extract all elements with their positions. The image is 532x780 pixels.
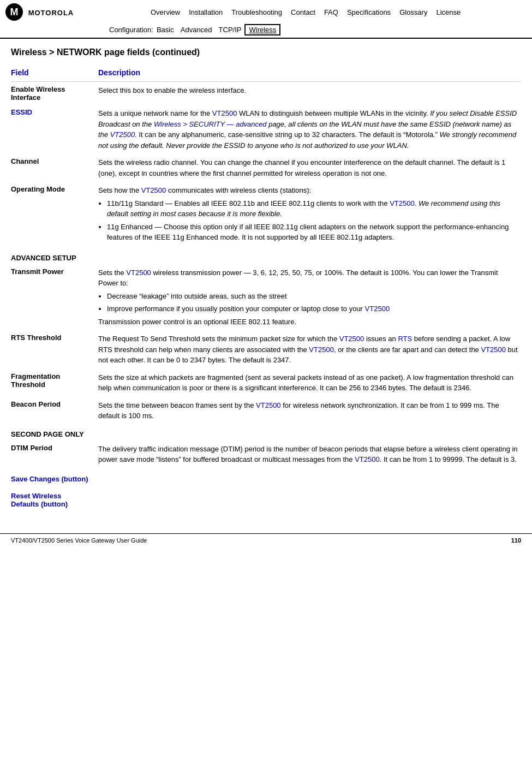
link-vt2500-txpower[interactable]: VT2500: [126, 269, 151, 277]
table-row: Enable WirelessInterface Select this box…: [11, 82, 521, 105]
nav-row2: Configuration: Basic Advanced TCP/IP Wir…: [0, 23, 532, 38]
save-changes-button[interactable]: Save Changes (button): [11, 475, 519, 483]
field-desc-dtim-period: The delivery traffic indication message …: [98, 440, 521, 468]
footer-page-number: 110: [511, 537, 521, 544]
field-desc-beacon-period: Sets the time between beacon frames sent…: [98, 397, 521, 425]
nav-row1: M MOTOROLA Overview Installation Trouble…: [0, 2, 532, 23]
reset-wireless-button[interactable]: Reset WirelessDefaults (button): [11, 492, 519, 508]
link-vt2500-essid2[interactable]: VT2500: [110, 130, 135, 139]
reset-wireless-cell: Reset WirelessDefaults (button): [11, 489, 521, 511]
config-label: Configuration:: [109, 26, 153, 34]
save-changes-cell: Save Changes (button): [11, 468, 521, 489]
table-row: Beacon Period Sets the time between beac…: [11, 397, 521, 425]
table-row: Reset WirelessDefaults (button): [11, 489, 521, 511]
link-vt2500-rts[interactable]: VT2500: [339, 335, 364, 343]
config-wireless[interactable]: Wireless: [244, 24, 280, 35]
link-vt2500-txpower2[interactable]: VT2500: [365, 305, 390, 313]
nav-troubleshooting[interactable]: Troubleshooting: [227, 8, 286, 16]
link-vt2500-dtim[interactable]: VT2500: [355, 455, 380, 463]
table-row: Channel Sets the wireless radio channel.…: [11, 154, 521, 182]
field-name-beacon-period: Beacon Period: [11, 397, 98, 425]
nav-faq[interactable]: FAQ: [320, 8, 343, 16]
field-name-frag-threshold: FragmentationThreshold: [11, 369, 98, 397]
field-desc-enable-wireless: Select this box to enable the wireless i…: [98, 82, 521, 105]
section-header-second-page: SECOND PAGE ONLY: [11, 425, 521, 440]
field-desc-operating-mode: Sets how the VT2500 communicates with wi…: [98, 182, 521, 248]
field-desc-essid: Sets a unique network name for the VT250…: [98, 105, 521, 154]
col-header-desc: Description: [98, 66, 521, 82]
field-desc-channel: Sets the wireless radio channel. You can…: [98, 154, 521, 182]
section-label-advanced: ADVANCED SETUP: [11, 248, 521, 264]
motorola-logo: M MOTOROLA: [5, 3, 74, 21]
link-vt2500-opmode[interactable]: VT2500: [141, 186, 166, 194]
nav-installation[interactable]: Installation: [184, 8, 227, 16]
section-header-advanced: ADVANCED SETUP: [11, 248, 521, 264]
field-name-channel: Channel: [11, 154, 98, 182]
main-content: Wireless > NETWORK page fields (continue…: [0, 39, 532, 522]
nav-specifications[interactable]: Specifications: [343, 8, 395, 16]
operating-mode-list: 11b/11g Standard — Enables all IEEE 802.…: [107, 198, 519, 243]
section-label-second-page: SECOND PAGE ONLY: [11, 425, 521, 440]
link-security-advanced[interactable]: Wireless > SECURITY — advanced: [154, 120, 267, 128]
link-vt2500-essid[interactable]: VT2500: [212, 109, 237, 117]
field-desc-frag-threshold: Sets the size at which packets are fragm…: [98, 369, 521, 397]
brand-name: MOTOROLA: [28, 9, 74, 17]
top-navigation: M MOTOROLA Overview Installation Trouble…: [0, 0, 532, 39]
col-header-field: Field: [11, 66, 98, 82]
config-basic[interactable]: Basic: [153, 26, 177, 34]
field-desc-rts-threshold: The Request To Send Threshold sets the m…: [98, 330, 521, 369]
link-vt2500-rts2[interactable]: VT2500: [309, 346, 334, 354]
nav-license[interactable]: License: [432, 8, 465, 16]
table-row: Operating Mode Sets how the VT2500 commu…: [11, 182, 521, 248]
table-row: Save Changes (button): [11, 468, 521, 489]
field-name-operating-mode: Operating Mode: [11, 182, 98, 248]
field-name-transmit-power: Transmit Power: [11, 264, 98, 331]
fields-table: Field Description Enable WirelessInterfa…: [11, 66, 521, 511]
config-tcpip[interactable]: TCP/IP: [216, 26, 245, 34]
motorola-m-icon: M: [5, 3, 23, 21]
list-item: 11g Enhanced — Choose this option only i…: [107, 222, 519, 243]
list-item: 11b/11g Standard — Enables all IEEE 802.…: [107, 198, 519, 219]
nav-glossary[interactable]: Glossary: [395, 8, 432, 16]
field-name-dtim-period: DTIM Period: [11, 440, 98, 468]
field-desc-transmit-power: Sets the VT2500 wireless transmission po…: [98, 264, 521, 331]
field-name-essid: ESSID: [11, 105, 98, 154]
config-links: Basic Advanced TCP/IP Wireless: [153, 24, 280, 35]
transmit-power-list: Decrease “leakage” into outside areas, s…: [107, 291, 519, 314]
config-advanced[interactable]: Advanced: [177, 26, 216, 34]
table-row: FragmentationThreshold Sets the size at …: [11, 369, 521, 397]
list-item: Decrease “leakage” into outside areas, s…: [107, 291, 519, 302]
field-name-rts-threshold: RTS Threshold: [11, 330, 98, 369]
nav-overview[interactable]: Overview: [146, 8, 184, 16]
table-row: RTS Threshold The Request To Send Thresh…: [11, 330, 521, 369]
field-name-enable-wireless: Enable WirelessInterface: [11, 82, 98, 105]
list-item: Improve performance if you usually posit…: [107, 303, 519, 314]
table-row: Transmit Power Sets the VT2500 wireless …: [11, 264, 521, 331]
page-title: Wireless > NETWORK page fields (continue…: [11, 47, 521, 57]
link-vt2500-rts3[interactable]: VT2500: [481, 346, 506, 354]
table-row: DTIM Period The delivery traffic indicat…: [11, 440, 521, 468]
table-row: ESSID Sets a unique network name for the…: [11, 105, 521, 154]
footer-guide-title: VT2400/VT2500 Series Voice Gateway User …: [11, 537, 147, 544]
nav-contact[interactable]: Contact: [286, 8, 320, 16]
link-vt2500-11bg[interactable]: VT2500: [390, 199, 415, 207]
link-vt2500-beacon[interactable]: VT2500: [256, 401, 281, 409]
page-footer: VT2400/VT2500 Series Voice Gateway User …: [0, 533, 532, 547]
main-nav-links: Overview Installation Troubleshooting Co…: [85, 8, 527, 16]
link-rts[interactable]: RTS: [398, 335, 412, 343]
